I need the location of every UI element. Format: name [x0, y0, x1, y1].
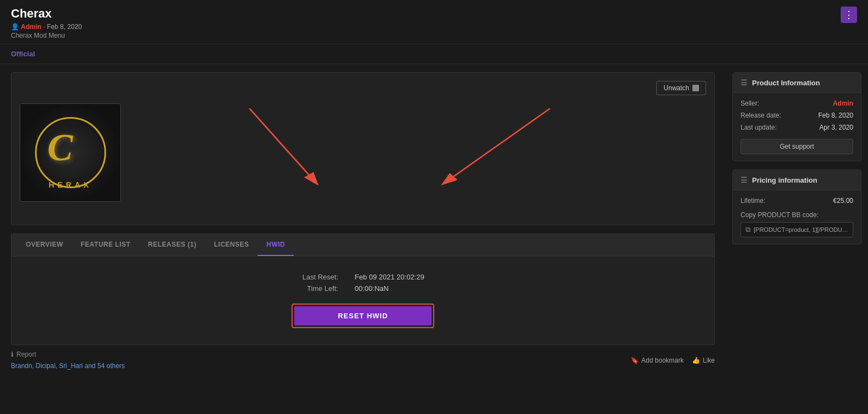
reset-hwid-outer: RESET HWID	[292, 304, 435, 328]
product-thumbnail: C HERAX	[20, 103, 121, 202]
reset-hwid-wrapper: RESET HWID	[22, 304, 703, 328]
get-support-button[interactable]: Get support	[741, 139, 853, 154]
product-card: Unwatch C HERAX	[11, 72, 715, 225]
footer-left: ℹ Report Brandn, Dicipal, Sri_Hari and 5…	[11, 351, 125, 370]
pricing-info-icon: ☰	[741, 176, 748, 184]
cherax-circle: C	[35, 117, 106, 188]
bookmark-icon: 🔖	[631, 357, 639, 364]
release-value: Feb 8, 2020	[818, 112, 853, 119]
lifetime-row: Lifetime: €25.00	[741, 197, 853, 205]
official-tag: Official	[11, 50, 35, 58]
last-reset-label: Last Reset:	[295, 273, 339, 281]
update-label: Last update:	[741, 124, 777, 131]
seller-row: Seller: Admin	[741, 100, 853, 107]
author-link[interactable]: Admin	[21, 23, 41, 31]
reset-hwid-button[interactable]: RESET HWID	[294, 306, 432, 325]
tabs-bar: OVERVIEW FEATURE LIST RELEASES (1) LICEN…	[11, 234, 715, 256]
bbcode-label: Copy PRODUCT BB code:	[741, 211, 853, 219]
lifetime-label: Lifetime:	[741, 197, 765, 205]
product-info-header: ☰ Product Information	[733, 73, 861, 93]
seller-label: Seller:	[741, 100, 759, 107]
hwid-content: Last Reset: Feb 09 2021 20:02:29 Time Le…	[11, 256, 715, 345]
like-icon: 👍	[692, 357, 700, 364]
like-button[interactable]: 👍 Like	[692, 357, 715, 364]
unwatch-button[interactable]: Unwatch	[656, 81, 706, 95]
pricing-info-body: Lifetime: €25.00 Copy PRODUCT BB code: ⧉…	[733, 190, 861, 244]
bbcode-input-row: ⧉ [PRODUCT=product, 1][/PRODUC...	[741, 222, 853, 237]
header-subtitle: Cherax Mod Menu	[11, 32, 82, 39]
tab-releases[interactable]: RELEASES (1)	[139, 234, 206, 256]
content-footer: ℹ Report Brandn, Dicipal, Sri_Hari and 5…	[11, 345, 715, 375]
hwid-info: Last Reset: Feb 09 2021 20:02:29 Time Le…	[22, 273, 703, 293]
bbcode-text: [PRODUCT=product, 1][/PRODUC...	[754, 226, 848, 233]
page-title: Cherax	[11, 7, 82, 21]
product-info-icon: ☰	[741, 78, 748, 87]
release-row: Release date: Feb 8, 2020	[741, 112, 853, 119]
lifetime-value: €25.00	[833, 197, 853, 205]
copy-bbcode-section: Copy PRODUCT BB code: ⧉ [PRODUCT=product…	[741, 211, 853, 237]
report-icon: ℹ	[11, 351, 14, 358]
more-options-button[interactable]: ⋮	[841, 7, 857, 23]
add-bookmark-button[interactable]: 🔖 Add bookmark	[631, 357, 684, 364]
product-info-card: ☰ Product Information Seller: Admin Rele…	[732, 72, 861, 161]
hwid-time-left-row: Time Left: 00:00:NaN	[22, 284, 703, 293]
product-info-title: Product Information	[752, 79, 820, 87]
page-header: Cherax 👤 Admin · Feb 8, 2020 Cherax Mod …	[0, 0, 868, 44]
hwid-last-reset-row: Last Reset: Feb 09 2021 20:02:29	[22, 273, 703, 281]
pricing-info-card: ☰ Pricing information Lifetime: €25.00 C…	[732, 170, 861, 244]
product-info-body: Seller: Admin Release date: Feb 8, 2020 …	[733, 93, 861, 161]
time-left-label: Time Left:	[295, 284, 339, 293]
report-label: Report	[16, 351, 36, 358]
content-area: Unwatch C HERAX	[0, 64, 726, 383]
tab-overview[interactable]: OVERVIEW	[17, 234, 72, 256]
main-layout: Unwatch C HERAX	[0, 64, 868, 383]
update-row: Last update: Apr 3, 2020	[741, 124, 853, 131]
sidebar: ☰ Product Information Seller: Admin Rele…	[726, 64, 868, 383]
product-image-area: C HERAX	[20, 103, 706, 202]
footer-right: 🔖 Add bookmark 👍 Like	[631, 357, 715, 364]
report-link[interactable]: ℹ Report	[11, 351, 125, 358]
last-reset-value: Feb 09 2021 20:02:29	[355, 273, 432, 281]
header-meta: 👤 Admin · Feb 8, 2020	[11, 23, 82, 31]
seller-value[interactable]: Admin	[833, 100, 853, 107]
header-date: · Feb 8, 2020	[43, 23, 82, 31]
release-label: Release date:	[741, 112, 781, 119]
time-left-value: 00:00:NaN	[355, 284, 432, 293]
tab-feature-list[interactable]: FEATURE LIST	[72, 234, 139, 256]
unwatch-icon	[692, 85, 699, 91]
update-value: Apr 3, 2020	[819, 124, 853, 131]
tab-hwid[interactable]: HWID	[258, 234, 294, 256]
pricing-info-title: Pricing information	[752, 176, 817, 184]
tab-licenses[interactable]: LICENSES	[205, 234, 258, 256]
official-bar: Official	[0, 44, 868, 64]
copy-icon[interactable]: ⧉	[745, 225, 750, 234]
cherax-c: C	[48, 129, 73, 167]
cherax-name: HERAX	[49, 180, 92, 189]
liked-by[interactable]: Brandn, Dicipal, Sri_Hari and 54 others	[11, 362, 125, 370]
header-left: Cherax 👤 Admin · Feb 8, 2020 Cherax Mod …	[11, 7, 82, 39]
product-card-top: Unwatch	[20, 81, 706, 95]
author-icon: 👤	[11, 23, 21, 31]
pricing-info-header: ☰ Pricing information	[733, 170, 861, 190]
